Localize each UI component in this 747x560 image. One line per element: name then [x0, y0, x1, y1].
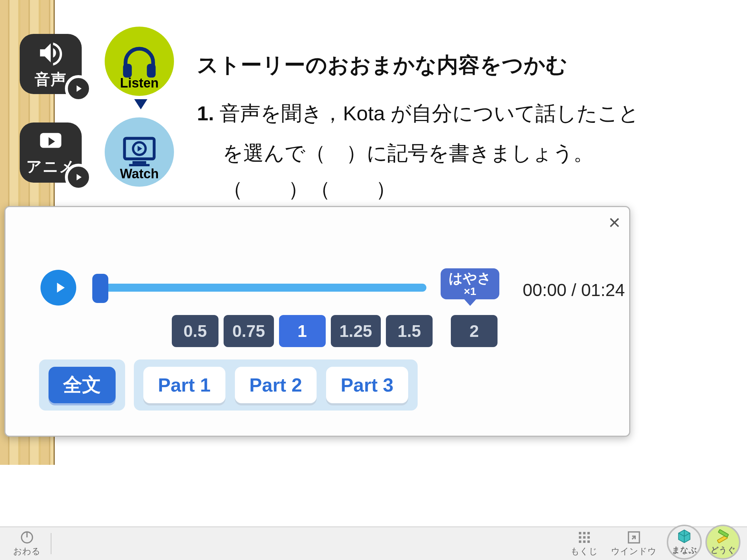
anime-button[interactable]: アニメ	[20, 122, 82, 183]
segment-all-group: 全文	[39, 359, 125, 411]
instruction-line2: を選んで（ ）に記号を書きましょう。	[197, 141, 594, 164]
segment-controls: 全文 Part 1 Part 2 Part 3	[39, 359, 418, 411]
toolbar-learn-label: まなぶ	[672, 545, 697, 556]
toolbar-toc-label: もくじ	[570, 545, 598, 557]
power-icon	[20, 530, 34, 545]
speed-2[interactable]: 2	[451, 315, 498, 347]
svg-rect-9	[579, 532, 581, 534]
toolbar-learn[interactable]: まなぶ	[667, 525, 702, 560]
speed-0-75[interactable]: 0.75	[224, 315, 274, 347]
toolbar-tools-label: どうぐ	[711, 545, 736, 556]
speed-indicator[interactable]: はやさ ×1	[441, 268, 499, 299]
monitor-play-icon	[119, 134, 159, 170]
svg-rect-13	[583, 536, 585, 539]
instruction-title: ストーリーのおおまかな内容をつかむ	[197, 51, 725, 79]
segment-part-2[interactable]: Part 2	[235, 367, 317, 403]
toolbar-end-label: おわる	[13, 545, 40, 557]
toolbar-toc[interactable]: もくじ	[564, 530, 604, 557]
watch-label: Watch	[120, 166, 159, 182]
audio-player-panel: × はやさ ×1 00:00 / 01:24 0.5 0.75 1 1.25 1…	[4, 206, 630, 437]
bottom-toolbar: おわる もくじ ウインドウ まなぶ どうぐ	[0, 526, 747, 560]
speed-indicator-value: ×1	[449, 285, 491, 297]
speed-0-5[interactable]: 0.5	[172, 315, 218, 347]
listen-label: Listen	[120, 75, 159, 91]
svg-rect-8	[26, 532, 27, 537]
segment-part-3[interactable]: Part 3	[326, 367, 408, 403]
svg-rect-5	[132, 161, 146, 164]
cube-icon	[677, 529, 692, 544]
segment-part-1[interactable]: Part 1	[143, 367, 225, 403]
pencil-ruler-icon	[715, 529, 731, 544]
video-icon	[35, 129, 67, 154]
instruction-line1: 音声を聞き，Kota が自分について話したこと	[220, 102, 639, 125]
svg-rect-14	[587, 536, 590, 539]
instruction-body: 1. 音声を聞き，Kota が自分について話したこと を選んで（ ）に記号を書き…	[197, 93, 725, 173]
window-icon	[627, 530, 641, 545]
audio-label: 音声	[35, 69, 67, 90]
toolbar-end[interactable]: おわる	[7, 530, 47, 557]
instruction-block: ストーリーのおおまかな内容をつかむ 1. 音声を聞き，Kota が自分について話…	[197, 51, 725, 203]
grid-icon	[577, 530, 592, 545]
toolbar-tools[interactable]: どうぐ	[705, 525, 740, 560]
segment-all-button[interactable]: 全文	[49, 367, 116, 403]
listen-button[interactable]: Listen	[105, 27, 174, 96]
segment-parts-group: Part 1 Part 2 Part 3	[134, 359, 418, 411]
svg-rect-16	[583, 540, 585, 543]
svg-rect-10	[583, 532, 585, 534]
svg-rect-11	[587, 532, 590, 534]
time-display: 00:00 / 01:24	[523, 280, 625, 300]
svg-rect-12	[579, 536, 581, 539]
svg-rect-15	[579, 540, 581, 543]
time-sep: /	[566, 280, 581, 300]
watch-button[interactable]: Watch	[105, 117, 174, 187]
speaker-icon	[36, 39, 65, 67]
audio-play-badge[interactable]	[65, 75, 92, 102]
answer-parentheses: （ ）（ ）	[197, 176, 725, 203]
speed-1[interactable]: 1	[279, 315, 326, 347]
time-current: 00:00	[523, 280, 566, 300]
instruction-number: 1.	[197, 102, 214, 125]
seek-thumb[interactable]	[92, 274, 108, 303]
svg-rect-17	[587, 540, 590, 543]
arrow-down-icon	[134, 99, 147, 109]
speed-1-25[interactable]: 1.25	[331, 315, 381, 347]
play-button[interactable]	[40, 270, 76, 306]
seek-track[interactable]	[102, 284, 426, 292]
toolbar-separator	[51, 533, 51, 554]
svg-rect-20	[718, 529, 729, 537]
toolbar-window-label: ウインドウ	[611, 545, 657, 557]
audio-button[interactable]: 音声	[20, 34, 82, 94]
speed-row: 0.5 0.75 1 1.25 1.5 2	[172, 315, 498, 347]
close-icon: ×	[608, 211, 620, 234]
toolbar-window[interactable]: ウインドウ	[604, 530, 663, 557]
time-total: 01:24	[581, 280, 625, 300]
speed-indicator-label: はやさ	[449, 271, 491, 285]
play-icon	[51, 279, 68, 296]
close-button[interactable]: ×	[608, 212, 620, 233]
anime-play-badge[interactable]	[65, 164, 92, 191]
speed-1-5[interactable]: 1.5	[386, 315, 433, 347]
